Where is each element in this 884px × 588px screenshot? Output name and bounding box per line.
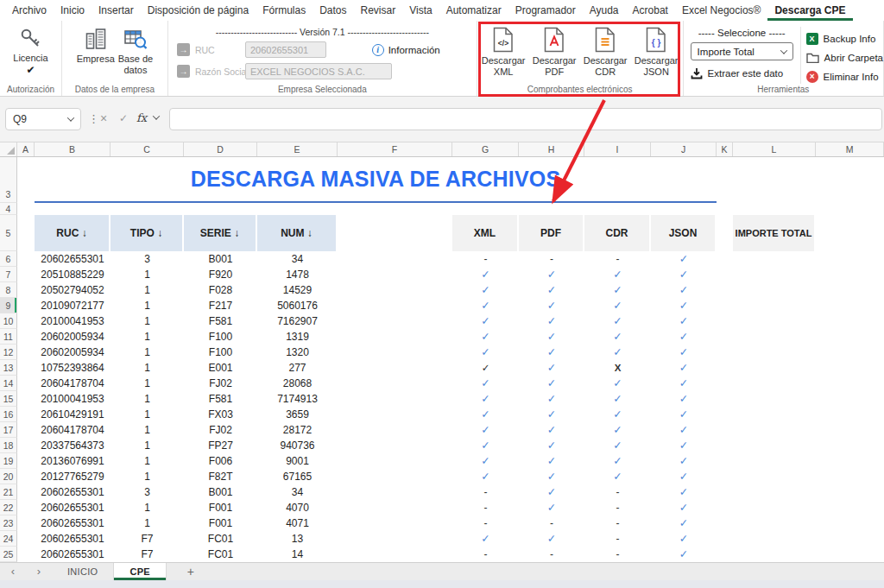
- row-header[interactable]: 13: [0, 360, 17, 376]
- cell-num[interactable]: 1320: [257, 345, 338, 360]
- cell-empty[interactable]: [17, 469, 35, 484]
- cell-pdf[interactable]: ✓: [519, 282, 584, 298]
- cell-pdf[interactable]: ✓: [519, 360, 584, 376]
- cell-ruc[interactable]: 20602655301: [35, 500, 110, 515]
- cell-json[interactable]: ✓: [651, 391, 717, 407]
- cell-ruc[interactable]: 20602655301: [35, 515, 110, 531]
- ribbon-tab-vista[interactable]: Vista: [402, 0, 439, 21]
- cell-tipo[interactable]: F7: [110, 531, 184, 547]
- cell-num[interactable]: 7162907: [257, 313, 338, 329]
- row-header[interactable]: 6: [0, 251, 17, 267]
- cell-json[interactable]: ✓: [651, 515, 717, 531]
- cell-cdr[interactable]: ✓: [584, 329, 651, 345]
- cell-num[interactable]: 14529: [257, 282, 338, 298]
- cell-ruc[interactable]: 20127765279: [35, 469, 110, 484]
- cell-json[interactable]: ✓: [651, 484, 717, 500]
- cell-empty[interactable]: [17, 267, 35, 282]
- cell-cdr[interactable]: -: [584, 251, 651, 267]
- cell-xml[interactable]: -: [452, 484, 519, 500]
- cell-empty[interactable]: [17, 438, 35, 453]
- cell-num[interactable]: 9001: [257, 453, 338, 469]
- row-header[interactable]: 14: [0, 376, 17, 391]
- cell-cdr[interactable]: ✓: [584, 298, 651, 313]
- column-header-g[interactable]: G: [452, 142, 519, 156]
- cell-cdr[interactable]: ✓: [584, 267, 651, 282]
- next-sheet-icon[interactable]: ›: [26, 563, 52, 580]
- cell-tipo[interactable]: 1: [110, 469, 184, 484]
- row-header[interactable]: 8: [0, 282, 17, 298]
- cell-num[interactable]: 940736: [257, 438, 338, 453]
- ribbon-tab-disposici-n-de-p-gina[interactable]: Disposición de página: [141, 0, 256, 21]
- cell-empty[interactable]: [17, 157, 35, 203]
- row-header[interactable]: 4: [0, 203, 17, 215]
- cell-ruc[interactable]: 20602005934: [35, 345, 110, 360]
- header-serie[interactable]: SERIE ↓: [184, 215, 257, 251]
- cell-serie[interactable]: FX03: [184, 407, 257, 422]
- insert-function-button[interactable]: fx: [136, 111, 147, 124]
- cell-tipo[interactable]: 1: [110, 345, 184, 360]
- cell-empty[interactable]: [338, 267, 452, 282]
- column-header-d[interactable]: D: [184, 142, 257, 156]
- cell-tipo[interactable]: 1: [110, 360, 184, 376]
- cell-serie[interactable]: FJ02: [184, 376, 257, 391]
- cell-tipo[interactable]: 1: [110, 391, 184, 407]
- row-header[interactable]: 25: [0, 547, 17, 562]
- cell-num[interactable]: 13: [257, 531, 338, 547]
- cell-json[interactable]: ✓: [651, 313, 717, 329]
- cell-empty[interactable]: [338, 298, 452, 313]
- cell-tipo[interactable]: F7: [110, 547, 184, 562]
- cell-cdr[interactable]: -: [584, 547, 651, 562]
- cell-pdf[interactable]: ✓: [519, 267, 584, 282]
- cell-num[interactable]: 4071: [257, 515, 338, 531]
- cell-empty[interactable]: [17, 484, 35, 500]
- cell-empty[interactable]: [338, 407, 452, 422]
- cell-num[interactable]: 1319: [257, 329, 338, 345]
- ribbon-tab-descarga-cpe[interactable]: Descarga CPE: [767, 0, 852, 21]
- cell-tipo[interactable]: 1: [110, 515, 184, 531]
- cell-serie[interactable]: B001: [184, 484, 257, 500]
- cell-json[interactable]: ✓: [651, 298, 717, 313]
- ribbon-tab-revisar[interactable]: Revisar: [354, 0, 403, 21]
- column-header-k[interactable]: K: [717, 142, 733, 156]
- row-header[interactable]: 7: [0, 267, 17, 282]
- cell-empty[interactable]: [338, 422, 452, 438]
- cell-num[interactable]: 28172: [257, 422, 338, 438]
- column-header-c[interactable]: C: [110, 142, 184, 156]
- cell-num[interactable]: 34: [257, 251, 338, 267]
- cell-cdr[interactable]: ✓: [584, 453, 651, 469]
- cell-xml[interactable]: ✓: [452, 453, 519, 469]
- ribbon-tab-ayuda[interactable]: Ayuda: [583, 0, 626, 21]
- cell-json[interactable]: ✓: [651, 469, 717, 484]
- cell-empty[interactable]: [338, 547, 452, 562]
- cell-empty[interactable]: [17, 251, 35, 267]
- cell-num[interactable]: 1478: [257, 267, 338, 282]
- ruc-arrow-button[interactable]: →: [177, 43, 190, 56]
- cell-serie[interactable]: F581: [184, 313, 257, 329]
- cell-serie[interactable]: F006: [184, 453, 257, 469]
- cell-empty[interactable]: [17, 391, 35, 407]
- cell-ruc[interactable]: 10752393864: [35, 360, 110, 376]
- column-header-h[interactable]: H: [519, 142, 584, 156]
- column-header-a[interactable]: A: [17, 142, 35, 156]
- cell-empty[interactable]: [338, 484, 452, 500]
- formula-input[interactable]: [169, 108, 882, 130]
- cell-empty[interactable]: [338, 531, 452, 547]
- cell-empty[interactable]: [17, 298, 35, 313]
- cell-empty[interactable]: [338, 500, 452, 515]
- cell-tipo[interactable]: 3: [110, 484, 184, 500]
- cell-empty[interactable]: [17, 515, 35, 531]
- cell-ruc[interactable]: 20109072177: [35, 298, 110, 313]
- cell-empty[interactable]: [338, 282, 452, 298]
- cell-xml[interactable]: -: [452, 547, 519, 562]
- row-header[interactable]: 20: [0, 469, 17, 484]
- cell-serie[interactable]: F217: [184, 298, 257, 313]
- cell-cdr[interactable]: ✓: [584, 391, 651, 407]
- ribbon-tab-programador[interactable]: Programador: [508, 0, 583, 21]
- cell-serie[interactable]: F920: [184, 267, 257, 282]
- cell-empty[interactable]: [17, 376, 35, 391]
- cell-cdr[interactable]: ✓: [584, 376, 651, 391]
- cell-pdf[interactable]: ✓: [519, 469, 584, 484]
- cell-serie[interactable]: FP27: [184, 438, 257, 453]
- cell-serie[interactable]: F100: [184, 329, 257, 345]
- cell-json[interactable]: ✓: [651, 267, 717, 282]
